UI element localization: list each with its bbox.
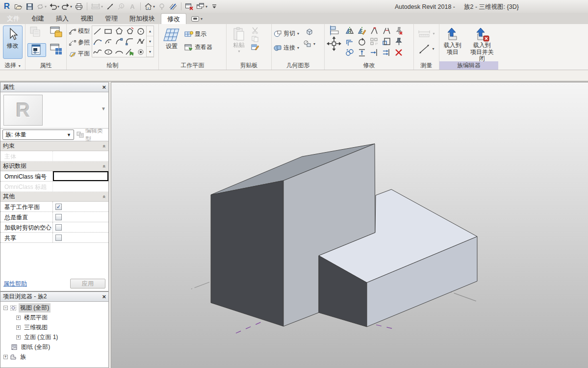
tab-addins[interactable]: 附加模块 [124, 13, 161, 24]
ref-line-gray-right[interactable] [451, 292, 477, 301]
customize-quick-access-toolbar-icon[interactable] [209, 1, 219, 12]
aligned-dimension-icon[interactable] [105, 1, 115, 12]
tab-manage[interactable]: 管理 [99, 13, 124, 24]
3d-view[interactable] [111, 82, 588, 368]
undo-icon[interactable]: ▾ [49, 1, 60, 12]
properties-help-link[interactable]: 属性帮助 [3, 280, 27, 288]
measure-along-element-button[interactable]: ▾ [418, 43, 434, 54]
mirror-draw-axis-tool[interactable] [356, 26, 368, 36]
trim-extend-multiple-tool[interactable] [380, 47, 392, 58]
property-group-header[interactable]: 标识数据« [0, 161, 108, 171]
void-visibility-button[interactable]: ▾ [303, 38, 315, 50]
join-geometry-button[interactable]: 连接▾ [274, 42, 299, 53]
rectangle-tool[interactable] [103, 26, 114, 36]
ellipse-tool[interactable] [103, 47, 114, 57]
expand-icon[interactable]: + [16, 335, 21, 340]
plane-mode[interactable]: 平面 [69, 48, 90, 59]
partial-ellipse-tool[interactable] [114, 47, 125, 57]
mirror-pick-axis-tool[interactable] [343, 26, 356, 36]
spline-tool[interactable] [92, 47, 103, 57]
offset-tool[interactable] [343, 36, 356, 47]
type-preview[interactable]: R ▼ [0, 92, 108, 129]
expand-gallery-icon[interactable]: ▼ [147, 47, 153, 57]
panel-label-modify[interactable]: 修改 [325, 61, 413, 70]
trim-extend-single-tool[interactable] [368, 47, 380, 58]
type-selector[interactable]: 族: 体量 ▼ [2, 130, 74, 140]
match-type-properties-icon[interactable] [251, 44, 259, 51]
close-hidden-windows-icon[interactable] [184, 1, 194, 12]
load-into-project-and-close-button[interactable]: 载入到 项目并关闭 [467, 26, 496, 61]
checkbox-checked[interactable]: ✓ [55, 204, 62, 210]
collapse-chevron-icon[interactable]: « [102, 195, 107, 198]
thin-lines-icon[interactable] [168, 1, 178, 12]
load-into-project-button[interactable]: 载入到 项目 [441, 26, 463, 61]
panel-label-properties[interactable]: 属性 [26, 61, 66, 70]
pick-host-icon[interactable] [303, 28, 315, 35]
scale-tool[interactable] [380, 36, 392, 47]
ribbon-display-toggle[interactable]: ▾ [191, 13, 203, 24]
properties-header[interactable]: 属性 × [0, 82, 108, 92]
user-interface-icon[interactable] [47, 43, 66, 56]
expand-icon[interactable]: + [16, 325, 21, 330]
property-value[interactable]: ✓ [53, 202, 108, 211]
tab-insert[interactable]: 插入 [50, 13, 75, 24]
circle-tool[interactable] [135, 26, 146, 36]
start-end-radius-arc-tool[interactable] [92, 36, 103, 47]
property-value[interactable] [53, 222, 108, 232]
window-organize-icon[interactable] [47, 26, 66, 39]
circumscribed-polygon-tool[interactable] [125, 26, 135, 36]
panel-label-geometry[interactable]: 几何图形 [272, 61, 324, 70]
tab-view[interactable]: 视图 [75, 13, 99, 24]
expand-icon[interactable]: + [3, 355, 8, 359]
save-icon[interactable] [25, 1, 34, 12]
move-icon[interactable] [327, 36, 341, 51]
scroll-down-icon[interactable]: ▼ [147, 36, 153, 47]
big-mass-left-face[interactable] [211, 181, 283, 326]
align-arrow-tool[interactable] [356, 47, 368, 58]
switch-windows-icon[interactable]: ▾ [196, 1, 208, 12]
expand-icon[interactable]: + [16, 315, 21, 320]
copy-tool[interactable] [343, 47, 356, 58]
redo-icon[interactable]: ▾ [61, 1, 73, 12]
checkbox-unchecked[interactable] [55, 235, 62, 241]
fillet-arc-tool[interactable] [125, 36, 135, 47]
print-icon[interactable] [74, 1, 84, 12]
property-group-header[interactable]: 其他« [0, 192, 108, 202]
revit-logo-icon[interactable]: R [2, 1, 12, 12]
set-workplane-button[interactable]: 设置 [161, 26, 182, 61]
panel-label-draw[interactable]: 绘制 [67, 61, 158, 70]
close-icon[interactable]: × [102, 293, 106, 300]
ref-plane-purple-right[interactable] [376, 325, 395, 329]
ref-line-gray-left[interactable] [191, 282, 209, 289]
line-tool[interactable] [92, 26, 103, 36]
chevron-down-icon[interactable]: ▼ [101, 106, 106, 111]
open-icon[interactable] [13, 1, 23, 12]
tangent-end-arc-tool[interactable] [114, 36, 125, 47]
default-3d-view-icon[interactable]: ▾ [144, 1, 155, 12]
tab-modify[interactable]: 修改 [161, 13, 186, 24]
modify-select-button[interactable]: 修改 [3, 26, 23, 59]
properties-icon[interactable] [27, 43, 46, 57]
workplane-viewer-button[interactable]: 查看器 [184, 42, 212, 53]
model-line-mode[interactable]: 模型 [69, 26, 90, 37]
property-value[interactable] [53, 233, 108, 242]
point-tool[interactable] [135, 47, 146, 57]
scroll-up-icon[interactable]: ▲ [147, 26, 153, 36]
checkbox-unchecked[interactable] [55, 224, 62, 231]
draw-grid-scrollbar[interactable]: ▲▼▼ [146, 26, 153, 57]
tree-item-族[interactable]: +族 [0, 352, 108, 362]
property-value[interactable] [53, 171, 108, 181]
property-value[interactable] [53, 212, 108, 222]
collapse-icon[interactable]: − [3, 306, 8, 310]
show-workplane-button[interactable]: 显示 [184, 28, 212, 40]
checkbox-unchecked[interactable] [55, 214, 62, 220]
inscribed-polygon-tool[interactable] [114, 26, 125, 36]
cut-geometry-button[interactable]: 剪切▾ [274, 28, 299, 39]
unpin-tool[interactable] [392, 26, 405, 36]
panel-label-clipboard[interactable]: 剪贴板 [227, 61, 271, 70]
delete-tool[interactable] [392, 47, 405, 58]
panel-label-family-editor[interactable]: 族编辑器 [439, 61, 498, 70]
tree-item-三维视图[interactable]: +三维视图 [0, 322, 108, 332]
split-with-gap-tool[interactable] [380, 26, 392, 36]
collapse-chevron-icon[interactable]: « [102, 164, 107, 167]
